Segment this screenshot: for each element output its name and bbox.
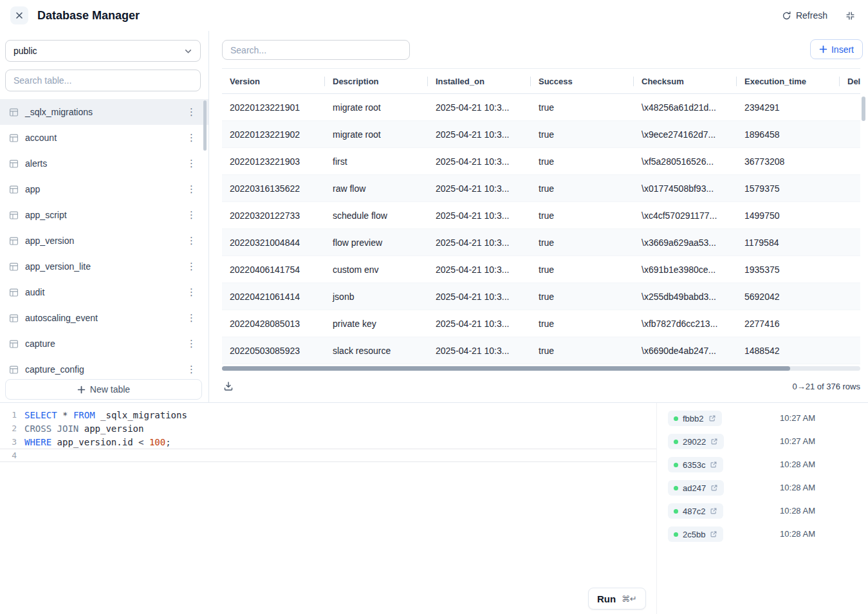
sidebar-item-_sqlx_migrations[interactable]: _sqlx_migrations⋮ bbox=[0, 99, 208, 125]
table-search-input[interactable] bbox=[5, 70, 201, 91]
sidebar-item-app[interactable]: app⋮ bbox=[0, 176, 208, 202]
sidebar-item-app_version[interactable]: app_version⋮ bbox=[0, 228, 208, 254]
table-row[interactable]: 20220123221901migrate root2025-04-21 10:… bbox=[222, 94, 860, 121]
column-header-installed_on[interactable]: Installed_on bbox=[428, 77, 531, 86]
download-button[interactable] bbox=[222, 380, 235, 393]
cell-description: raw flow bbox=[325, 183, 428, 194]
table-row[interactable]: 20220321004844flow preview2025-04-21 10:… bbox=[222, 229, 860, 256]
sidebar-item-account[interactable]: account⋮ bbox=[0, 125, 208, 151]
table-name-label: app bbox=[25, 184, 40, 194]
success-dot-icon bbox=[674, 509, 678, 514]
editor-line[interactable]: 4 bbox=[0, 449, 656, 462]
cell-checksum: \x255db49babd3... bbox=[634, 292, 737, 302]
cell-checksum: \x01774508bf93... bbox=[634, 183, 737, 194]
editor-line[interactable]: 2CROSS JOIN app_version bbox=[0, 422, 656, 435]
cell-description: slack resource bbox=[325, 346, 428, 356]
table-menu-icon[interactable]: ⋮ bbox=[185, 338, 198, 349]
column-header-execution_time[interactable]: Execution_time bbox=[737, 77, 840, 86]
run-timestamp: 10:28 AM bbox=[780, 503, 815, 516]
sidebar-item-alerts[interactable]: alerts⋮ bbox=[0, 151, 208, 176]
editor-lines: 1SELECT * FROM _sqlx_migrations2CROSS JO… bbox=[0, 408, 656, 462]
sidebar-item-audit[interactable]: audit⋮ bbox=[0, 279, 208, 305]
cell-description: custom env bbox=[325, 265, 428, 275]
table-menu-icon[interactable]: ⋮ bbox=[185, 312, 198, 324]
table-row[interactable]: 20220316135622raw flow2025-04-21 10:3...… bbox=[222, 175, 860, 202]
table-icon bbox=[9, 159, 19, 169]
cell-execution_time: 1499750 bbox=[737, 210, 840, 221]
run-pill[interactable]: 2c5bb bbox=[668, 526, 723, 542]
column-header-description[interactable]: Description bbox=[325, 77, 428, 86]
run-pill[interactable]: 487c2 bbox=[668, 503, 723, 519]
cell-execution_time: 5692042 bbox=[737, 292, 840, 302]
table-icon bbox=[9, 236, 19, 246]
row-search-input[interactable] bbox=[222, 40, 410, 60]
insert-button[interactable]: Insert bbox=[810, 39, 863, 59]
cell-success: true bbox=[531, 102, 634, 113]
run-button[interactable]: Run ⌘↵ bbox=[588, 588, 646, 609]
table-menu-icon[interactable]: ⋮ bbox=[185, 364, 198, 375]
table-menu-icon[interactable]: ⋮ bbox=[185, 286, 198, 298]
column-header-checksum[interactable]: Checksum bbox=[634, 77, 737, 86]
refresh-button[interactable]: Refresh bbox=[782, 10, 827, 21]
run-id: 29022 bbox=[683, 437, 706, 447]
cell-installed_on: 2025-04-21 10:3... bbox=[428, 183, 531, 194]
run-pill[interactable]: ad247 bbox=[668, 480, 724, 496]
sidebar: public _sqlx_migrations⋮account⋮alerts⋮a… bbox=[0, 31, 209, 402]
table-menu-icon[interactable]: ⋮ bbox=[185, 158, 198, 169]
sidebar-item-capture_config[interactable]: capture_config⋮ bbox=[0, 357, 208, 380]
table-row[interactable]: 20220428085013private key2025-04-21 10:3… bbox=[222, 310, 860, 337]
editor-line[interactable]: 1SELECT * FROM _sqlx_migrations bbox=[0, 408, 656, 422]
cell-execution_time: 1488542 bbox=[737, 346, 840, 356]
table-menu-icon[interactable]: ⋮ bbox=[185, 183, 198, 195]
table-menu-icon[interactable]: ⋮ bbox=[185, 261, 198, 272]
horizontal-scrollbar-thumb[interactable] bbox=[222, 366, 790, 371]
horizontal-scrollbar[interactable] bbox=[222, 366, 860, 371]
table-row[interactable]: 20220421061414jsonb2025-04-21 10:3...tru… bbox=[222, 283, 860, 310]
run-pill[interactable]: fbbb2 bbox=[668, 411, 722, 426]
run-timestamp: 10:28 AM bbox=[780, 526, 815, 539]
run-timestamp: 10:28 AM bbox=[780, 480, 815, 492]
cell-success: true bbox=[531, 237, 634, 248]
table-row[interactable]: 20220123221902migrate root2025-04-21 10:… bbox=[222, 121, 860, 148]
expand-button[interactable] bbox=[843, 8, 858, 23]
cell-success: true bbox=[531, 183, 634, 194]
run-id: 6353c bbox=[683, 460, 705, 470]
cell-version: 20220421061414 bbox=[222, 292, 325, 302]
sidebar-item-app_version_lite[interactable]: app_version_lite⋮ bbox=[0, 254, 208, 279]
cell-installed_on: 2025-04-21 10:3... bbox=[428, 102, 531, 113]
sidebar-item-autoscaling_event[interactable]: autoscaling_event⋮ bbox=[0, 305, 208, 331]
plus-icon bbox=[77, 386, 86, 394]
table-row[interactable]: 20220123221903first2025-04-21 10:3...tru… bbox=[222, 148, 860, 175]
sidebar-item-capture[interactable]: capture⋮ bbox=[0, 331, 208, 357]
table-row[interactable]: 20220406141754custom env2025-04-21 10:3.… bbox=[222, 256, 860, 283]
run-timestamp: 10:27 AM bbox=[780, 434, 815, 446]
close-button[interactable] bbox=[10, 6, 28, 24]
table-menu-icon[interactable]: ⋮ bbox=[185, 209, 198, 221]
vertical-scrollbar-thumb[interactable] bbox=[862, 97, 865, 121]
table-menu-icon[interactable]: ⋮ bbox=[185, 106, 198, 118]
column-header-version[interactable]: Version bbox=[222, 77, 325, 86]
cell-checksum: \xfb7827d6cc213... bbox=[634, 319, 737, 329]
run-pill[interactable]: 29022 bbox=[668, 434, 724, 449]
run-row: 487c210:28 AM bbox=[668, 503, 815, 526]
column-header-dele[interactable]: Dele bbox=[840, 77, 860, 86]
cell-version: 20220123221901 bbox=[222, 102, 325, 113]
table-menu-icon[interactable]: ⋮ bbox=[185, 235, 198, 247]
cell-description: migrate root bbox=[325, 102, 428, 113]
schema-select[interactable]: public bbox=[5, 40, 201, 62]
code-text: WHERE app_version.id < 100; bbox=[24, 437, 171, 447]
sql-editor[interactable]: 1SELECT * FROM _sqlx_migrations2CROSS JO… bbox=[0, 403, 657, 614]
table-menu-icon[interactable]: ⋮ bbox=[185, 132, 198, 144]
column-header-success[interactable]: Success bbox=[531, 77, 634, 86]
page-title: Database Manager bbox=[37, 9, 140, 23]
cell-version: 20220503085923 bbox=[222, 346, 325, 356]
sidebar-item-app_script[interactable]: app_script⋮ bbox=[0, 202, 208, 228]
sidebar-scrollbar[interactable] bbox=[203, 100, 207, 151]
table-name-label: _sqlx_migrations bbox=[25, 107, 93, 117]
table-row[interactable]: 20220320122733schedule flow2025-04-21 10… bbox=[222, 202, 860, 229]
data-grid: VersionDescriptionInstalled_onSuccessChe… bbox=[222, 68, 860, 364]
new-table-button[interactable]: New table bbox=[5, 379, 202, 400]
run-pill[interactable]: 6353c bbox=[668, 457, 723, 472]
table-row[interactable]: 20220503085923slack resource2025-04-21 1… bbox=[222, 337, 860, 364]
editor-line[interactable]: 3WHERE app_version.id < 100; bbox=[0, 435, 656, 449]
